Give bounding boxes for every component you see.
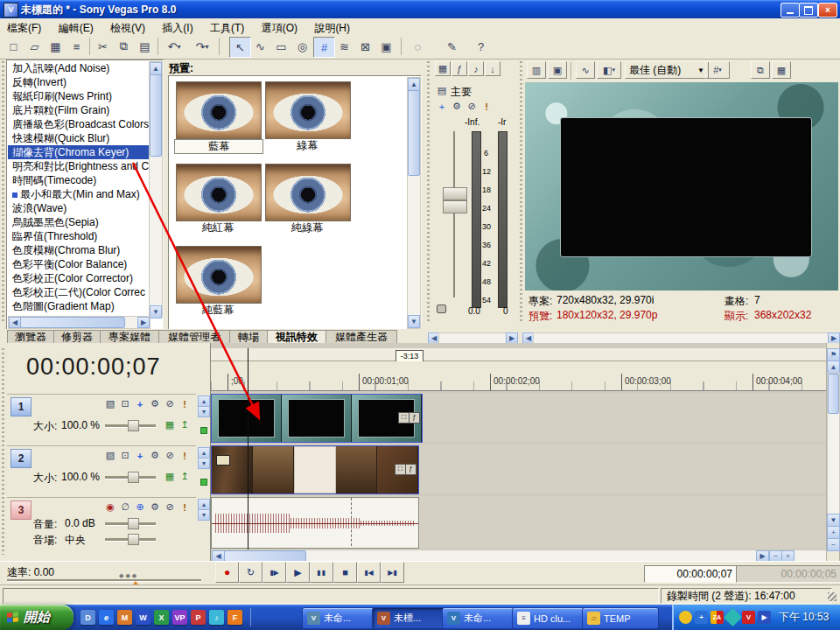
stop-button[interactable]: ■ [333, 562, 357, 583]
fx-item-invert[interactable]: 反轉(Invert) [8, 75, 149, 89]
record-arm-icon[interactable]: ◉ [103, 500, 117, 514]
fx-item-add-noise[interactable]: 加入訊噪(Add Noise) [8, 61, 149, 75]
presets-vscroll[interactable]: ▲ ▼ [407, 77, 421, 329]
insert-bus-icon[interactable]: ▦ [435, 61, 451, 76]
ie-icon[interactable]: e [99, 610, 114, 625]
master-mute-icon[interactable]: ⊘ [465, 100, 479, 113]
timeline-grip[interactable] [2, 348, 4, 555]
mute-icon[interactable]: ⊘ [163, 397, 177, 410]
time-ruler[interactable]: ;00 00:00:01;00 00:00:02;00 00:00:03;00 … [211, 361, 826, 391]
track-3-header[interactable]: 3 ◉ ∅ ⊕ ⚙ ⊘ ! 音量: 0.0 dB 音場: 中央 [7, 497, 196, 550]
size-slider-knob[interactable] [128, 472, 139, 483]
video-event-track1[interactable]: ⛶ ƒ [211, 394, 423, 443]
tab-explorer[interactable]: 瀏覽器 [7, 330, 54, 343]
solo-icon[interactable]: ! [178, 449, 192, 462]
ignore-event-grouping-icon[interactable]: ▣ [376, 37, 396, 56]
timeline-vscroll-thumb[interactable] [828, 374, 839, 414]
loop-playback-button[interactable]: ↻ [239, 562, 262, 583]
video-preview-display[interactable] [525, 82, 838, 290]
scroll-left-icon[interactable]: ◀ [212, 550, 225, 561]
timeline-hscroll[interactable]: ◀ ▶ − + [211, 550, 826, 561]
zoom-in-time-icon[interactable]: + [781, 550, 794, 561]
preset-thumb-pure-blue[interactable] [176, 246, 262, 304]
restore-button[interactable] [799, 3, 818, 18]
preset-thumb-pure-red[interactable] [176, 164, 262, 221]
enable-snapping-icon[interactable]: # [313, 37, 335, 58]
track-number-badge[interactable]: 2 [10, 449, 32, 468]
timeline-vscroll[interactable] [827, 373, 840, 514]
fader-handle-right[interactable] [443, 200, 467, 214]
track-number-badge[interactable]: 1 [10, 397, 32, 416]
save-snapshot-icon[interactable]: ▦ [772, 61, 791, 79]
go-to-start-button[interactable]: ▮◀ [357, 562, 381, 583]
new-project-icon[interactable]: □ [4, 37, 24, 56]
tray-icon-2[interactable]: + [695, 611, 708, 624]
quicklaunch-icon-3[interactable]: M [117, 610, 132, 625]
paste-icon[interactable]: ▤ [135, 37, 155, 56]
fx-item-gradient-map[interactable]: 色階圖(Gradient Map) [8, 299, 149, 313]
track-restore-icon[interactable]: ▾ [198, 458, 210, 469]
track-2-header[interactable]: 2 ▧ ⊡ + ⚙ ⊘ ! 大小: 100.0 % ▦ ↥ [7, 445, 196, 494]
copy-icon[interactable]: ⧉ [114, 37, 134, 56]
solo-icon[interactable]: ! [178, 397, 192, 410]
split-screen-icon[interactable]: ◧▾ [597, 61, 621, 79]
track-restore-icon[interactable]: ▾ [198, 406, 210, 417]
copy-snapshot-icon[interactable]: ⧉ [751, 61, 770, 79]
redo-dropdown-icon[interactable]: ▾ [205, 43, 208, 51]
track-fx-icon[interactable]: ⚙ [148, 500, 162, 514]
fx-item-quick-blur[interactable]: 快速模糊(Quick Blur) [8, 131, 149, 145]
composite-mode-icon[interactable]: ▦ [163, 418, 177, 431]
title-bar[interactable]: V 未標題的 * - Sony Vegas Pro 8.0 × [0, 0, 840, 18]
fx-item-color-balance[interactable]: 色彩平衡(Color Balance) [8, 257, 149, 271]
fx-item-film-grain[interactable]: 底片顆粒(Film Grain) [8, 103, 149, 117]
composite-mode-icon[interactable]: ▦ [163, 470, 177, 483]
zonealarm-tray-icon[interactable]: ZA [710, 611, 724, 624]
redo-icon[interactable]: ↷▾ [189, 37, 215, 56]
cursor-time-display[interactable]: 00:00:00;07 [644, 565, 738, 583]
scroll-down-icon[interactable]: ▼ [150, 305, 162, 318]
master-fx-icon[interactable]: ⚙ [450, 100, 464, 113]
pan-slider-knob[interactable] [128, 534, 139, 545]
presets-vscroll-thumb[interactable] [408, 90, 420, 176]
fader-track[interactable] [453, 131, 455, 298]
track-fx-icon[interactable]: ⚙ [148, 397, 162, 410]
scroll-down-icon[interactable]: ▼ [827, 514, 840, 527]
external-monitor-icon[interactable]: ▣ [548, 61, 567, 79]
preset-label-pure-green[interactable]: 純綠幕 [263, 221, 351, 234]
video-event-track2[interactable]: ⛶ ƒ [211, 445, 419, 494]
play-button[interactable]: ▶ [286, 562, 310, 583]
help-tool-icon[interactable]: ? [471, 37, 491, 56]
scroll-up-icon[interactable]: ▲ [827, 360, 840, 374]
meter-lock-icon[interactable] [437, 304, 446, 313]
fader-handle-left[interactable] [443, 187, 467, 200]
preset-label-blue-screen[interactable]: 藍幕 [174, 139, 263, 154]
preset-thumb-green-screen[interactable] [265, 81, 351, 139]
insert-fx-icon[interactable]: ƒ [452, 61, 467, 76]
tray-icon-1[interactable] [679, 611, 692, 624]
track-fx-icon[interactable]: ⚙ [148, 449, 162, 462]
bypass-motion-blur-icon[interactable]: ▧ [103, 397, 117, 410]
auto-ripple-icon[interactable]: ≋ [334, 37, 354, 56]
preview-grip[interactable] [520, 61, 522, 324]
track-restore-icon[interactable]: ▾ [198, 509, 210, 521]
preset-label-pure-red[interactable]: 純紅幕 [174, 221, 262, 234]
preview-quality-dropdown[interactable]: 最佳 (自動)▼ [625, 61, 709, 79]
fx-item-color-corrector-2[interactable]: 色彩校正(二代)(Color Correc [8, 285, 149, 299]
tab-video-fx[interactable]: 視訊特效 [267, 330, 326, 343]
size-slider-knob[interactable] [128, 420, 139, 431]
zoom-in-track-height-icon[interactable]: + [827, 526, 840, 539]
volume-slider-knob[interactable] [128, 518, 139, 529]
master-solo-icon[interactable]: ! [480, 100, 494, 113]
clock[interactable]: 下午 10:53 [779, 610, 829, 625]
fx-list-vscroll[interactable]: ▲ ▼ [149, 61, 163, 318]
scroll-down-icon[interactable]: ▼ [408, 315, 420, 328]
scroll-left-icon[interactable]: ◀ [9, 317, 21, 328]
bypass-motion-blur-icon[interactable]: ▧ [103, 449, 117, 462]
undo-dropdown-icon[interactable]: ▾ [177, 43, 180, 51]
marker-flag-icon[interactable]: ⚑ [827, 348, 840, 361]
fx-item-min-max[interactable]: 最小和最大(Min and Max) [8, 187, 149, 201]
zoom-edit-tool-icon[interactable]: ◎ [292, 37, 312, 56]
selection-edit-tool-icon[interactable]: ▭ [271, 37, 291, 56]
make-compositing-child-icon[interactable]: ↥ [178, 470, 192, 483]
save-icon[interactable]: ▦ [46, 37, 66, 56]
